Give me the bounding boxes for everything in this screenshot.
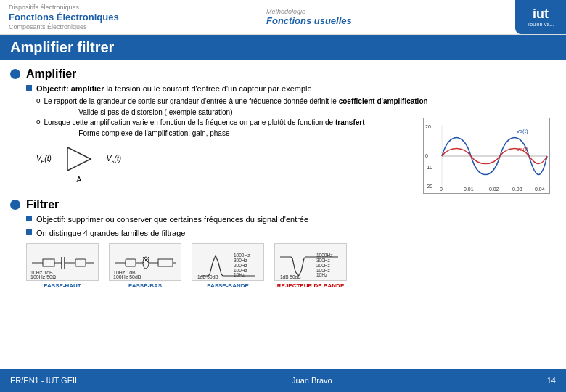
header-center: Méthodologie Fonctions usuelles <box>258 0 515 34</box>
sub1-text: Objectif: amplifier la tension ou le cou… <box>36 83 312 94</box>
filter-passe-bas: 10Hz 1dB 100Hz 50dB PASSE-BAS <box>109 243 181 289</box>
filtrer-bullet <box>10 200 20 210</box>
sub1-rest: la tension ou le courant d'entrée d'un c… <box>107 84 312 93</box>
sub1-header: Objectif: amplifier la tension ou le cou… <box>26 83 556 94</box>
a-label: A <box>76 176 81 184</box>
svg-text:0.03: 0.03 <box>512 187 522 192</box>
svg-text:0: 0 <box>440 187 443 192</box>
svg-text:1000Hz: 1000Hz <box>316 253 333 258</box>
rejecteur-box: 1000Hz 300Hz 200Hz 100Hz 10Hz 1dB 50dB <box>274 243 347 281</box>
main-content: Amplifier Objectif: amplifier la tension… <box>0 60 566 368</box>
passe-haut-label: PASSE-HAUT <box>44 282 81 289</box>
vs-label: Vs(t) <box>107 155 121 165</box>
page-title: Amplifier filtrer <box>10 39 114 55</box>
title-bar: Amplifier filtrer <box>0 35 566 60</box>
composants-label: Composants Électroniques <box>9 23 249 30</box>
amplifier-section-header: Amplifier <box>10 68 556 81</box>
amp-triangle-svg <box>66 146 92 172</box>
filtrer-sub2-header: On distingue 4 grandes familles de filtr… <box>26 228 556 239</box>
filtrer-sub1: Objectif: supprimer ou conserver que cer… <box>26 214 556 225</box>
filter-diagrams: 10Hz 1dB 100Hz 50Ω PASSE-HAUT <box>26 243 556 289</box>
sub1-bold: Objectif: amplifier <box>36 84 104 93</box>
svg-text:200Hz: 200Hz <box>316 263 331 268</box>
dispositifs-label: Dispositifs électroniques <box>9 4 249 11</box>
svg-text:ve(t): ve(t) <box>517 146 528 152</box>
square-bullet-f1 <box>26 216 32 221</box>
amplifier-diagram: Ve(t) A Vs(t) <box>36 140 423 173</box>
filtrer-section-header: Filtrer <box>10 198 556 211</box>
passe-bas-label: PASSE-BAS <box>128 282 162 289</box>
waveform-svg: 20 0 -10 -20 0 0.01 0.02 0.03 0.04 vs(t)… <box>424 118 551 195</box>
filtrer-sub1-header: Objectif: supprimer ou conserver que cer… <box>26 214 556 225</box>
amplifier-title: Amplifier <box>26 68 76 81</box>
filtrer-sub1-text: Objectif: supprimer ou conserver que cer… <box>36 214 308 225</box>
square-bullet-f2 <box>26 229 32 235</box>
ve-label: Ve(t) <box>36 155 52 165</box>
waveform-chart: 20 0 -10 -20 0 0.01 0.02 0.03 0.04 vs(t)… <box>423 118 550 194</box>
passe-bas-box: 10Hz 1dB 100Hz 50dB <box>109 243 181 281</box>
svg-text:10Hz: 10Hz <box>234 272 245 277</box>
svg-text:vs(t): vs(t) <box>517 128 528 134</box>
svg-text:1000Hz: 1000Hz <box>234 253 250 258</box>
nested2-row: o Lorsque cette amplification varie en f… <box>36 118 423 128</box>
fonctions-usuelles-label: Fonctions usuelles <box>266 15 506 26</box>
bottom-bar: ER/EN1 - IUT GEII Juan Bravo 14 <box>0 369 566 392</box>
footer-center: Juan Bravo <box>292 376 332 385</box>
svg-text:200Hz: 200Hz <box>234 263 248 268</box>
circle-bullet-1: o <box>36 97 41 105</box>
filtrer-sub2: On distingue 4 grandes familles de filtr… <box>26 228 556 239</box>
svg-rect-20 <box>75 259 86 266</box>
filtrer-sub2-text: On distingue 4 grandes familles de filtr… <box>36 228 185 239</box>
circle-bullet-2: o <box>36 118 41 126</box>
amp-circuit: Ve(t) A Vs(t) <box>36 146 121 173</box>
nested1: o Le rapport de la grandeur de sortie su… <box>36 97 556 116</box>
amplifier-sub1: Objectif: amplifier la tension ou le cou… <box>26 83 556 94</box>
svg-text:20: 20 <box>425 124 431 129</box>
nested2-text: Lorsque cette amplification varie en fon… <box>44 118 365 128</box>
svg-text:10Hz: 10Hz <box>316 272 328 277</box>
logo: iut Toulon Va... <box>515 0 566 34</box>
nested1-text: Le rapport de la grandeur de sortie sur … <box>44 97 428 107</box>
logo-iut: iut Toulon Va... <box>528 7 554 27</box>
rejecteur-label: REJECTEUR DE BANDE <box>277 282 344 289</box>
passe-bande-box: 1000Hz 300Hz 200Hz 100Hz 10Hz 1dB 50dB <box>192 243 264 281</box>
rejecteur-svg: 1000Hz 300Hz 200Hz 100Hz 10Hz 1dB 50dB <box>276 248 345 279</box>
svg-text:-20: -20 <box>425 184 432 189</box>
passe-haut-box: 10Hz 1dB 100Hz 50Ω <box>26 243 99 281</box>
header: Dispositifs électroniques Fonctions Élec… <box>0 0 566 35</box>
filter-passe-bande: 1000Hz 300Hz 200Hz 100Hz 10Hz 1dB 50dB P… <box>192 243 264 289</box>
amp-line-left <box>52 160 66 161</box>
square-bullet-1 <box>26 85 32 91</box>
amp-line-right <box>92 160 107 161</box>
svg-text:1dB 50dB: 1dB 50dB <box>280 274 301 279</box>
filter-passe-haut: 10Hz 1dB 100Hz 50Ω PASSE-HAUT <box>26 243 99 289</box>
passe-bande-label: PASSE-BANDE <box>207 282 249 289</box>
fonctions-electroniques-label: Fonctions Électroniques <box>9 12 249 23</box>
svg-text:-10: -10 <box>425 165 432 170</box>
svg-marker-0 <box>67 147 91 171</box>
footer-left: ER/EN1 - IUT GEII <box>10 376 77 385</box>
svg-text:300Hz: 300Hz <box>316 258 331 263</box>
svg-point-29 <box>143 257 149 269</box>
passe-bas-svg: 10Hz 1dB 100Hz 50dB <box>111 248 180 279</box>
amp-block: A <box>66 146 92 173</box>
nested1-row: o Le rapport de la grandeur de sortie su… <box>36 97 556 107</box>
nested2-area: o Lorsque cette amplification varie en f… <box>10 116 556 194</box>
svg-rect-15 <box>43 259 54 266</box>
filtrer-title: Filtrer <box>26 198 59 211</box>
footer-right: 14 <box>547 376 556 385</box>
passe-haut-svg: 10Hz 1dB 100Hz 50Ω <box>28 248 97 279</box>
header-left: Dispositifs électroniques Fonctions Élec… <box>0 0 258 34</box>
passe-bande-svg: 1000Hz 300Hz 200Hz 100Hz 10Hz 1dB 50dB <box>194 248 263 279</box>
svg-rect-25 <box>126 259 136 266</box>
svg-text:300Hz: 300Hz <box>234 258 248 263</box>
dash1: Valide si pas de distorsion ( exemple sa… <box>73 108 556 116</box>
svg-rect-31 <box>158 259 173 266</box>
dash2: Forme complexe de l'amplification: gain,… <box>73 129 423 137</box>
svg-text:1dB 50dB: 1dB 50dB <box>197 274 218 279</box>
svg-text:100Hz  50dB: 100Hz 50dB <box>113 274 142 279</box>
svg-text:0.02: 0.02 <box>489 187 499 192</box>
svg-text:100Hz  50Ω: 100Hz 50Ω <box>30 274 56 279</box>
amplifier-bullet <box>10 69 20 79</box>
svg-text:0.01: 0.01 <box>464 187 474 192</box>
